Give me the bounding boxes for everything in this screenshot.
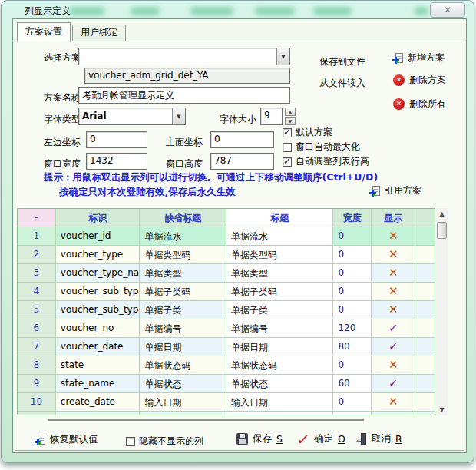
cell-title[interactable]: 单据编号: [226, 319, 333, 338]
cell-title[interactable]: 单据类型: [226, 264, 333, 283]
scroll-up-icon[interactable]: ▲: [436, 208, 448, 220]
grid-row[interactable]: 6voucher_no单据编号单据编号120✓: [18, 319, 435, 338]
window-width-input[interactable]: 1432: [86, 153, 147, 170]
checkbox-auto-row-height[interactable]: 自动调整列表行高: [283, 155, 369, 168]
cell-title[interactable]: 单据子类: [226, 301, 333, 319]
cell-identifier[interactable]: voucher_no: [56, 319, 140, 338]
grid-row[interactable]: 1voucher_id单据流水单据流水0✕: [18, 227, 435, 246]
cell-extra[interactable]: [415, 393, 435, 412]
save-button[interactable]: 保存 S: [236, 432, 283, 445]
font-size-input[interactable]: 9: [260, 108, 283, 125]
grid-row[interactable]: 10create_date输入日期输入日期0✕: [18, 393, 435, 412]
cell-visible[interactable]: ✕: [372, 301, 415, 319]
cell-visible[interactable]: ✕: [372, 227, 415, 246]
cell-title[interactable]: 单据类型码: [226, 246, 333, 264]
cell-default-title[interactable]: 单据类型码: [140, 246, 226, 264]
cell-width[interactable]: 60: [333, 375, 372, 393]
cell-visible[interactable]: ✓: [372, 319, 415, 338]
cell-extra[interactable]: [415, 283, 435, 301]
cell-title[interactable]: 单据日期: [226, 338, 333, 356]
row-number[interactable]: 9: [18, 375, 56, 393]
cell-visible[interactable]: ✓: [372, 338, 415, 356]
cell-default-title[interactable]: 单据状态: [140, 375, 226, 393]
cell-width[interactable]: 0: [333, 356, 372, 375]
cell-identifier[interactable]: [56, 412, 140, 415]
cell-extra[interactable]: [415, 412, 435, 415]
grid-row[interactable]: 9state_name单据状态单据状态60✓: [18, 375, 435, 393]
cell-visible[interactable]: ✓: [372, 375, 415, 393]
cell-width[interactable]: 0: [333, 264, 372, 283]
cell-default-title[interactable]: 单据编号: [140, 319, 226, 338]
apply-scheme-button[interactable]: 引用方案: [370, 184, 421, 197]
cell-default-title[interactable]: 单据流水: [140, 227, 226, 246]
add-scheme-button[interactable]: 新增方案: [393, 51, 445, 65]
cell-identifier[interactable]: voucher_id: [56, 227, 140, 246]
save-to-file-link[interactable]: 保存到文件: [319, 55, 365, 68]
header-width[interactable]: 宽度: [333, 209, 372, 227]
cancel-button[interactable]: ↞ 取消 R: [356, 432, 402, 445]
cell-identifier[interactable]: voucher_sub_type: [56, 301, 140, 319]
cell-title[interactable]: 单据状态码: [226, 356, 333, 375]
grid-row[interactable]: 5voucher_sub_type单据子类单据子类0✕: [18, 301, 435, 319]
row-number[interactable]: 6: [18, 319, 56, 338]
scheme-name-input[interactable]: 考勤月帐管理显示定义: [78, 87, 290, 104]
cell-width[interactable]: 80: [333, 338, 372, 356]
cell-width[interactable]: 0: [333, 246, 372, 264]
top-coord-input[interactable]: 0: [210, 131, 274, 148]
checkbox-hide-hidden-columns[interactable]: 隐藏不显示的列: [126, 435, 203, 448]
cell-extra[interactable]: [415, 227, 435, 246]
cell-visible[interactable]: ✕: [372, 356, 415, 375]
cell-default-title[interactable]: 输入人员: [140, 412, 226, 415]
cell-extra[interactable]: [415, 264, 435, 283]
row-number[interactable]: [18, 412, 56, 415]
checkbox-auto-maximize[interactable]: 窗口自动最大化: [283, 141, 360, 154]
grid-row[interactable]: 7voucher_date单据日期单据日期80✓: [18, 338, 435, 356]
ok-button[interactable]: ✓ 确定 O: [297, 432, 345, 445]
font-size-up-button[interactable]: ▲: [285, 108, 296, 116]
header-default-title[interactable]: 缺省标题: [140, 209, 226, 227]
cell-title[interactable]: 单据子类码: [226, 283, 333, 301]
grid-horizontal-slider[interactable]: [48, 419, 364, 421]
cell-identifier[interactable]: voucher_type_nam: [56, 264, 140, 283]
cell-width[interactable]: [333, 412, 372, 415]
cell-identifier[interactable]: create_date: [56, 393, 140, 412]
row-number[interactable]: 8: [18, 356, 56, 375]
read-from-file-link[interactable]: 从文件读入: [319, 77, 365, 90]
cell-visible[interactable]: ✕: [372, 264, 415, 283]
cell-extra[interactable]: [415, 246, 435, 264]
row-number[interactable]: 7: [18, 338, 56, 356]
cell-visible[interactable]: ✕: [372, 246, 415, 264]
scrollbar-thumb[interactable]: [437, 222, 447, 239]
cell-width[interactable]: 0: [333, 393, 372, 412]
checkbox-default-scheme[interactable]: 默认方案: [283, 126, 332, 139]
row-number[interactable]: 5: [18, 301, 56, 319]
window-height-input[interactable]: 787: [210, 153, 274, 170]
delete-scheme-button[interactable]: ✕ 删除方案: [393, 74, 446, 87]
cell-title[interactable]: 单据状态: [226, 375, 333, 393]
row-number[interactable]: 10: [18, 393, 56, 412]
tab-scheme-settings[interactable]: 方案设置: [17, 22, 71, 42]
cell-extra[interactable]: [415, 375, 435, 393]
font-type-combobox[interactable]: Arial ▼: [78, 108, 186, 125]
cell-width[interactable]: 0: [333, 227, 372, 246]
select-scheme-combobox[interactable]: ▼: [78, 48, 290, 65]
grid-row[interactable]: 4voucher_sub_type单据子类码单据子类码0✕: [18, 283, 435, 301]
header-title[interactable]: 标题: [226, 209, 333, 227]
delete-all-button[interactable]: ✕ 删除所有: [393, 98, 446, 111]
cell-width[interactable]: 0: [333, 301, 372, 319]
cell-default-title[interactable]: 单据日期: [140, 338, 226, 356]
chevron-down-icon[interactable]: ▼: [276, 48, 289, 65]
cell-extra[interactable]: [415, 319, 435, 338]
cell-width[interactable]: 0: [333, 283, 372, 301]
cell-extra[interactable]: [415, 356, 435, 375]
cell-identifier[interactable]: state_name: [56, 375, 140, 393]
grid-row[interactable]: 2voucher_type单据类型码单据类型码0✕: [18, 246, 435, 264]
scroll-down-icon[interactable]: ▼: [436, 404, 448, 415]
row-number[interactable]: 4: [18, 283, 56, 301]
cell-title[interactable]: 单据流水: [226, 227, 333, 246]
restore-defaults-button[interactable]: 恢复默认值: [35, 433, 98, 446]
cell-title[interactable]: 输入日期: [226, 393, 333, 412]
cell-identifier[interactable]: voucher_type: [56, 246, 140, 264]
cell-extra[interactable]: [415, 301, 435, 319]
cell-width[interactable]: 120: [333, 319, 372, 338]
